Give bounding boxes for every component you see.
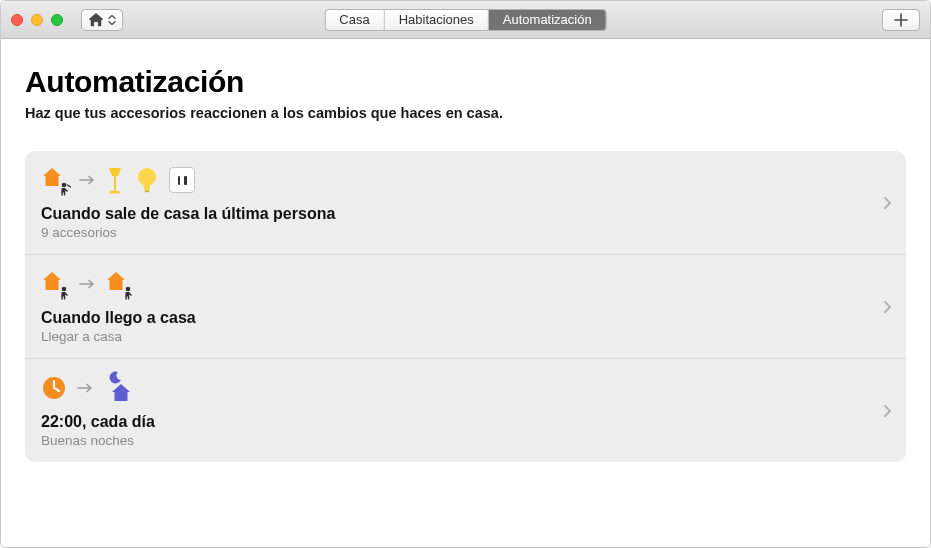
svg-point-7 [126, 287, 131, 292]
svg-rect-4 [144, 185, 150, 190]
minimize-window-button[interactable] [31, 14, 43, 26]
automation-title: 22:00, cada día [41, 413, 890, 431]
automation-title: Cuando sale de casa la última persona [41, 205, 890, 223]
floor-lamp-icon [105, 165, 125, 195]
automation-subtitle: Buenas noches [41, 433, 890, 448]
automations-card: Cuando sale de casa la última persona 9 … [25, 151, 906, 462]
automation-title: Cuando llego a casa [41, 309, 890, 327]
automation-icon-line [41, 269, 890, 299]
zoom-window-button[interactable] [51, 14, 63, 26]
automation-row[interactable]: Cuando llego a casa Llegar a casa [25, 255, 906, 359]
leave-home-icon [41, 166, 69, 194]
close-window-button[interactable] [11, 14, 23, 26]
view-tabs: Casa Habitaciones Automatización [324, 9, 606, 31]
add-button[interactable] [882, 9, 920, 31]
window-controls [11, 14, 63, 26]
svg-rect-1 [114, 176, 116, 191]
clock-icon [41, 375, 67, 401]
outlet-icon [169, 167, 195, 193]
night-home-icon [103, 374, 131, 402]
tab-casa[interactable]: Casa [325, 10, 384, 30]
svg-point-3 [138, 168, 156, 186]
plus-icon [894, 13, 908, 27]
chevron-right-icon [883, 300, 892, 314]
chevron-down-icon [108, 15, 116, 25]
arrow-icon [79, 175, 95, 185]
home-icon [88, 13, 104, 27]
chevron-right-icon [883, 404, 892, 418]
app-window: Casa Habitaciones Automatización Automat… [0, 0, 931, 548]
arrow-icon [77, 383, 93, 393]
svg-rect-5 [145, 190, 150, 192]
svg-rect-2 [110, 191, 120, 194]
arrow-icon [79, 279, 95, 289]
home-selector-dropdown[interactable] [81, 9, 123, 31]
automation-icon-line [41, 165, 890, 195]
tab-habitaciones[interactable]: Habitaciones [385, 10, 489, 30]
page-subtitle: Haz que tus accesorios reaccionen a los … [25, 105, 906, 121]
arrive-home-icon [105, 270, 133, 298]
leave-home-icon [41, 270, 69, 298]
svg-point-0 [62, 183, 67, 188]
automation-icon-line [41, 373, 890, 403]
toolbar: Casa Habitaciones Automatización [1, 1, 930, 39]
automation-row[interactable]: 22:00, cada día Buenas noches [25, 359, 906, 462]
automation-subtitle: Llegar a casa [41, 329, 890, 344]
chevron-right-icon [883, 196, 892, 210]
tab-automatizacion[interactable]: Automatización [489, 10, 606, 30]
automation-row[interactable]: Cuando sale de casa la última persona 9 … [25, 151, 906, 255]
bulb-icon [135, 166, 159, 194]
svg-point-6 [62, 287, 67, 292]
automation-subtitle: 9 accesorios [41, 225, 890, 240]
content-area: Automatización Haz que tus accesorios re… [1, 39, 930, 547]
page-title: Automatización [25, 65, 906, 99]
